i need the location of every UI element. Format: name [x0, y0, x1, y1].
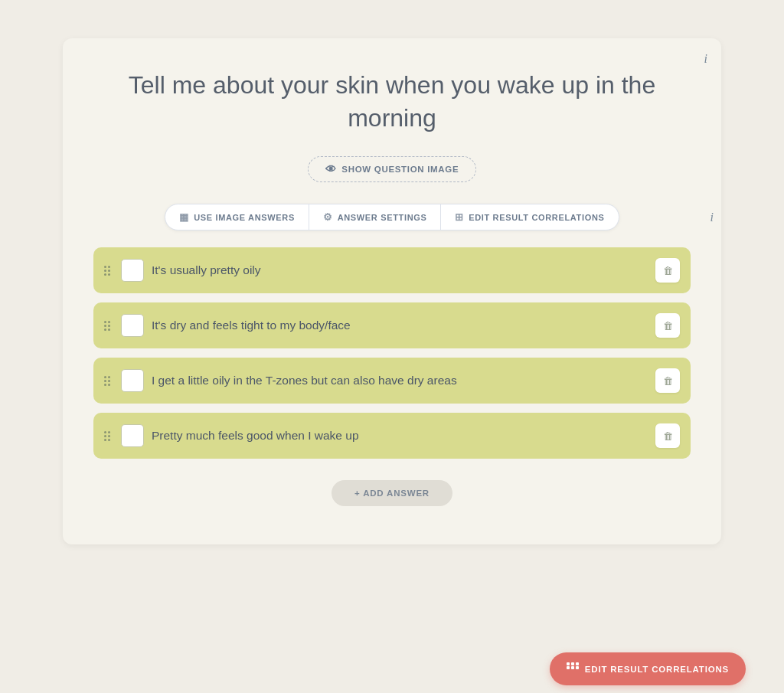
answer-settings-label: ANSWER SETTINGS — [338, 213, 427, 222]
correlations-toolbar-icon: ⊞ — [455, 211, 464, 223]
question-title: Tell me about your skin when you wake up… — [93, 69, 691, 135]
delete-answer-button[interactable]: 🗑 — [655, 258, 680, 283]
settings-icon: ⚙ — [323, 211, 333, 223]
page-container: i Tell me about your skin when you wake … — [15, 15, 769, 693]
show-question-image-button[interactable]: 👁 SHOW QUESTION IMAGE — [308, 156, 477, 182]
answer-row: It's usually pretty oily 🗑 — [93, 247, 691, 293]
svg-rect-3 — [567, 666, 570, 669]
toolbar: ▦ USE IMAGE ANSWERS ⚙ ANSWER SETTINGS ⊞ … — [165, 204, 619, 230]
drag-handle[interactable] — [101, 266, 113, 276]
answer-text: It's dry and feels tight to my body/face — [152, 319, 648, 332]
answer-settings-button[interactable]: ⚙ ANSWER SETTINGS — [309, 204, 442, 230]
answer-row: It's dry and feels tight to my body/face… — [93, 302, 691, 348]
svg-rect-1 — [571, 662, 574, 665]
drag-handle[interactable] — [101, 321, 113, 331]
show-image-label: SHOW QUESTION IMAGE — [341, 165, 459, 174]
answer-row: I get a little oily in the T-zones but c… — [93, 358, 691, 404]
image-answers-icon: ▦ — [179, 211, 189, 223]
answer-checkbox[interactable] — [121, 424, 144, 447]
question-card: i Tell me about your skin when you wake … — [63, 38, 721, 544]
answer-text: Pretty much feels good when I wake up — [152, 429, 648, 443]
answer-row: Pretty much feels good when I wake up 🗑 — [93, 413, 691, 459]
edit-result-correlations-button[interactable]: EDIT RESULT CORRELATIONS — [550, 652, 746, 685]
drag-dots — [104, 376, 110, 386]
answer-text: It's usually pretty oily — [152, 263, 648, 277]
info-icon-toolbar[interactable]: i — [710, 211, 714, 224]
answers-list: It's usually pretty oily 🗑 It's dry and … — [93, 247, 691, 459]
correlations-icon — [567, 662, 579, 675]
answer-checkbox[interactable] — [121, 314, 144, 337]
drag-dots — [104, 431, 110, 441]
bottom-button-area: EDIT RESULT CORRELATIONS — [550, 652, 746, 685]
drag-dots — [104, 321, 110, 331]
answer-text: I get a little oily in the T-zones but c… — [152, 374, 648, 387]
add-answer-button[interactable]: + ADD ANSWER — [332, 480, 452, 506]
svg-rect-0 — [567, 662, 570, 665]
edit-result-correlations-toolbar-label: EDIT RESULT CORRELATIONS — [469, 213, 604, 222]
delete-answer-button[interactable]: 🗑 — [655, 423, 680, 448]
eye-icon: 👁 — [325, 163, 337, 175]
edit-correlations-label: EDIT RESULT CORRELATIONS — [585, 665, 729, 674]
answer-checkbox[interactable] — [121, 259, 144, 282]
drag-dots — [104, 266, 110, 276]
use-image-answers-button[interactable]: ▦ USE IMAGE ANSWERS — [165, 204, 309, 230]
svg-rect-2 — [576, 662, 579, 665]
svg-rect-5 — [576, 666, 579, 669]
delete-answer-button[interactable]: 🗑 — [655, 313, 680, 338]
svg-rect-4 — [571, 666, 574, 669]
edit-result-correlations-toolbar-button[interactable]: ⊞ EDIT RESULT CORRELATIONS — [441, 204, 618, 230]
drag-handle[interactable] — [101, 376, 113, 386]
info-icon-top[interactable]: i — [704, 52, 707, 66]
drag-handle[interactable] — [101, 431, 113, 441]
answer-checkbox[interactable] — [121, 369, 144, 392]
delete-answer-button[interactable]: 🗑 — [655, 368, 680, 393]
use-image-answers-label: USE IMAGE ANSWERS — [194, 213, 295, 222]
toolbar-row: ▦ USE IMAGE ANSWERS ⚙ ANSWER SETTINGS ⊞ … — [93, 204, 691, 230]
